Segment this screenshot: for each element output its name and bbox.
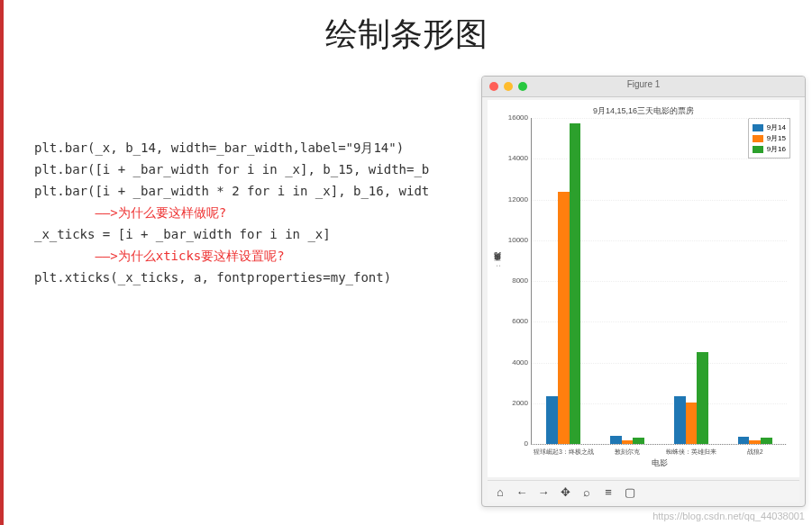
bar [749, 440, 761, 444]
bar [686, 403, 698, 444]
y-tick: 10000 [494, 236, 528, 244]
code-line: plt.xticks(_x_ticks, a, fontproperties=m… [34, 267, 494, 288]
code-line: plt.bar([i + _bar_width for i in _x], b_… [34, 158, 494, 180]
y-tick: 14000 [494, 154, 528, 162]
code-annotation: ——>为什么要这样做呢? [34, 202, 494, 223]
bar [546, 396, 558, 444]
x-tick: 猩球崛起3：终极之战 [534, 448, 594, 457]
bar [761, 438, 772, 444]
y-tick: 2000 [494, 399, 528, 407]
figure-window: Figure 1 9月14,15,16三天电影的票房 9月149月159月16 … [481, 76, 806, 507]
chart-title: 9月14,15,16三天电影的票房 [488, 105, 799, 117]
watermark-text: https://blog.csdn.net/qq_44038001 [652, 511, 805, 521]
bar [697, 352, 708, 444]
y-tick: 6000 [494, 317, 528, 325]
page-title: 绘制条形图 [0, 13, 812, 57]
save-icon[interactable]: ▢ [623, 484, 637, 499]
bar [558, 192, 570, 444]
x-axis-label: 电影 [532, 457, 787, 469]
y-axis-label: 票房单位:万元 [494, 265, 504, 267]
code-annotation: ——>为什么xticks要这样设置呢? [34, 245, 494, 267]
x-tick: 蜘蛛侠：英雄归来 [666, 448, 716, 457]
bar [674, 396, 686, 444]
zoom-icon[interactable]: ⌕ [579, 484, 594, 499]
x-tick: 敦刻尔克 [615, 448, 640, 457]
y-tick: 0 [494, 439, 528, 448]
code-block: plt.bar(_x, b_14, width=_bar_width,label… [34, 137, 494, 288]
y-tick: 8000 [494, 276, 528, 285]
y-tick: 4000 [494, 358, 528, 367]
bar [633, 438, 644, 444]
left-accent-stripe [0, 0, 4, 525]
x-tick: 战狼2 [747, 448, 763, 457]
configure-icon[interactable]: ≡ [601, 484, 616, 499]
forward-icon[interactable]: → [536, 484, 551, 499]
bar [570, 123, 581, 444]
home-icon[interactable]: ⌂ [493, 484, 507, 499]
code-line: _x_ticks = [i + _bar_width for i in _x] [34, 223, 494, 245]
axes: 票房单位:万元 电影 02000400060008000100001200014… [531, 118, 787, 445]
pan-icon[interactable]: ✥ [558, 484, 572, 499]
bar [622, 440, 634, 444]
window-title: Figure 1 [482, 79, 805, 89]
y-tick: 16000 [494, 113, 528, 122]
bar [738, 437, 750, 444]
gridline [532, 444, 787, 445]
matplotlib-toolbar: ⌂ ← → ✥ ⌕ ≡ ▢ [488, 480, 799, 502]
gridline [532, 118, 787, 119]
code-line: plt.bar(_x, b_14, width=_bar_width,label… [34, 137, 494, 158]
window-titlebar: Figure 1 [482, 77, 805, 97]
slide: 绘制条形图 plt.bar(_x, b_14, width=_bar_width… [0, 0, 812, 525]
back-icon[interactable]: ← [515, 484, 529, 499]
bar [610, 436, 622, 444]
code-line: plt.bar([i + _bar_width * 2 for i in _x]… [34, 180, 494, 202]
y-tick: 12000 [494, 195, 528, 204]
plot-canvas: 9月14,15,16三天电影的票房 9月149月159月16 票房单位:万元 电… [488, 100, 799, 477]
